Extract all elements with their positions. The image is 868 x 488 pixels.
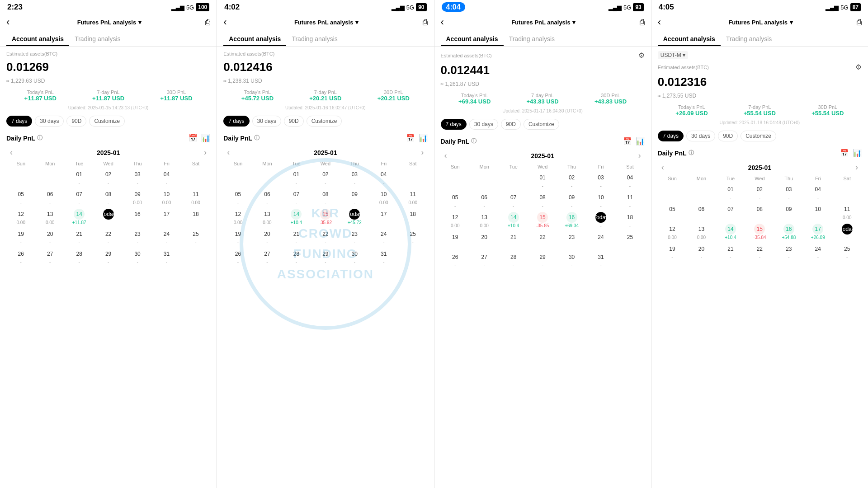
cal-prev-4[interactable]: ‹	[658, 163, 668, 172]
cal-date-3-4-4: 30	[566, 252, 577, 263]
cal-pnl-4-0-5: -	[817, 195, 819, 200]
chart-icon-4[interactable]: 📊	[853, 149, 862, 157]
cal-next-1[interactable]: ›	[200, 148, 210, 157]
battery-4: 87	[850, 3, 861, 11]
dropdown-arrow-1[interactable]: ▾	[138, 19, 142, 26]
status-bar-1: 2:23 ▂▄▆ 5G 100	[0, 0, 217, 13]
info-icon-2[interactable]: ⓘ	[254, 134, 259, 142]
calendar-icon-4[interactable]: 📅	[840, 149, 849, 157]
tab-trading-2[interactable]: Trading analysis	[286, 32, 343, 46]
pnl-today-label-2: Today's PnL	[244, 89, 271, 95]
cal-prev-2[interactable]: ‹	[223, 148, 233, 157]
back-button-1[interactable]: ‹	[6, 16, 9, 28]
chart-icon-1[interactable]: 📊	[201, 134, 210, 142]
pnl-week-label-2: 7-day PnL	[314, 89, 337, 95]
cal-pnl-3-0-4: -	[571, 183, 572, 188]
cal-cell-4-2-6: Today-	[833, 223, 862, 243]
cal-date-2-2-0: 12	[232, 209, 243, 220]
period-7d-4[interactable]: 7 days	[658, 131, 684, 141]
cal-pnl-3-2-4: +69.34	[565, 223, 579, 228]
share-icon-4[interactable]: ⎙	[857, 18, 862, 27]
period-90d-4[interactable]: 90D	[718, 131, 738, 141]
assets-value-2: 0.012416	[223, 60, 427, 74]
dropdown-arrow-3[interactable]: ▾	[572, 19, 576, 26]
cal-pnl-3-0-3: -	[542, 183, 543, 188]
chart-icon-3[interactable]: 📊	[636, 137, 645, 145]
cal-prev-3[interactable]: ‹	[441, 151, 451, 160]
cal-dh-sun-1: Sun	[6, 159, 35, 168]
period-7d-1[interactable]: 7 days	[6, 116, 32, 127]
period-30d-2[interactable]: 30 days	[252, 116, 281, 127]
share-icon-3[interactable]: ⎙	[640, 18, 645, 27]
calendar-icon-3[interactable]: 📅	[623, 137, 632, 145]
cal-cell-1-3-1: 20-	[35, 228, 64, 248]
period-custom-1[interactable]: Customize	[89, 116, 125, 127]
tab-account-1[interactable]: Account analysis	[6, 32, 69, 46]
assets-value-4: 0.012316	[658, 75, 862, 89]
cal-pnl-2-4-4: -	[354, 260, 355, 265]
daily-pnl-title-2: Daily PnL ⓘ	[223, 134, 259, 142]
battery-2: 90	[416, 3, 426, 11]
period-bar-1: 7 days 30 days 90D Customize	[6, 116, 210, 127]
info-icon-1[interactable]: ⓘ	[37, 134, 42, 142]
cal-cell-1-4-2: 28-	[65, 248, 94, 267]
period-90d-1[interactable]: 90D	[66, 116, 86, 127]
tab-account-3[interactable]: Account analysis	[441, 32, 504, 46]
cal-cell-3-1-5: 10-	[586, 191, 615, 211]
back-button-3[interactable]: ‹	[441, 16, 444, 28]
share-icon-1[interactable]: ⎙	[205, 18, 210, 27]
cal-date-4-1-5: 10	[812, 204, 823, 215]
cal-date-3-4-5: 31	[595, 252, 606, 263]
cal-next-2[interactable]: ›	[417, 148, 427, 157]
cal-dh-mon-4: Mon	[687, 174, 716, 183]
dropdown-arrow-4[interactable]: ▾	[790, 19, 793, 26]
period-90d-3[interactable]: 90D	[501, 119, 521, 130]
cal-cell-3-2-1: 130.00	[470, 211, 499, 231]
cal-cell-4-1-6: 110.00	[833, 203, 862, 223]
period-90d-2[interactable]: 90D	[284, 116, 304, 127]
cal-next-4[interactable]: ›	[852, 163, 862, 172]
tab-account-4[interactable]: Account analysis	[658, 32, 721, 46]
chart-icon-2[interactable]: 📊	[419, 134, 428, 142]
back-button-2[interactable]: ‹	[223, 16, 226, 28]
cal-pnl-1-4-3: -	[108, 260, 109, 265]
calendar-icon-2[interactable]: 📅	[406, 134, 415, 142]
period-7d-3[interactable]: 7 days	[441, 119, 467, 130]
info-icon-4[interactable]: ⓘ	[689, 149, 694, 157]
status-time-2: 4:02	[224, 3, 240, 12]
cal-pnl-2-1-5: 0.00	[379, 200, 388, 205]
status-bar-4: 4:05 ▂▄▆ 5G 87	[651, 0, 868, 13]
dropdown-arrow-2[interactable]: ▾	[355, 19, 359, 26]
assets-usd-4: ≈ 1,273.55 USD	[658, 93, 862, 99]
settings-icon-4[interactable]: ⚙	[855, 63, 862, 71]
share-icon-2[interactable]: ⎙	[423, 18, 428, 27]
period-30d-3[interactable]: 30 days	[469, 119, 498, 130]
cal-cell-2-4-5: 31-	[369, 248, 398, 267]
cal-next-3[interactable]: ›	[635, 151, 645, 160]
assets-label-2: Estimated assets(BTC)	[223, 51, 274, 56]
info-icon-3[interactable]: ⓘ	[471, 137, 476, 145]
cal-pnl-1-0-5: -	[166, 180, 167, 185]
back-button-4[interactable]: ‹	[658, 16, 661, 28]
cal-pnl-1-2-4: -	[137, 220, 138, 225]
cal-pnl-2-4-5: -	[383, 260, 384, 265]
period-custom-4[interactable]: Customize	[741, 131, 776, 141]
tab-trading-4[interactable]: Trading analysis	[721, 32, 777, 46]
cal-dh-tue-4: Tue	[716, 174, 745, 183]
cal-date-2-3-2: 21	[291, 229, 302, 239]
tab-account-2[interactable]: Account analysis	[223, 32, 286, 46]
calendar-icon-1[interactable]: 📅	[189, 134, 198, 142]
pnl-week-1: 7-day PnL +11.87 USD	[74, 89, 142, 102]
cal-cell-4-0-4: 03-	[774, 183, 803, 203]
period-custom-2[interactable]: Customize	[307, 116, 342, 127]
period-7d-2[interactable]: 7 days	[223, 116, 249, 127]
cal-cell-4-3-0: 19-	[658, 243, 687, 263]
usdt-badge-4[interactable]: USDT-M ▾	[658, 51, 688, 59]
cal-prev-1[interactable]: ‹	[6, 148, 16, 157]
tab-trading-1[interactable]: Trading analysis	[69, 32, 126, 46]
period-30d-4[interactable]: 30 days	[686, 131, 715, 141]
period-30d-1[interactable]: 30 days	[35, 116, 64, 127]
settings-icon-3[interactable]: ⚙	[638, 51, 645, 60]
period-custom-3[interactable]: Customize	[524, 119, 559, 130]
tab-trading-3[interactable]: Trading analysis	[504, 32, 560, 46]
